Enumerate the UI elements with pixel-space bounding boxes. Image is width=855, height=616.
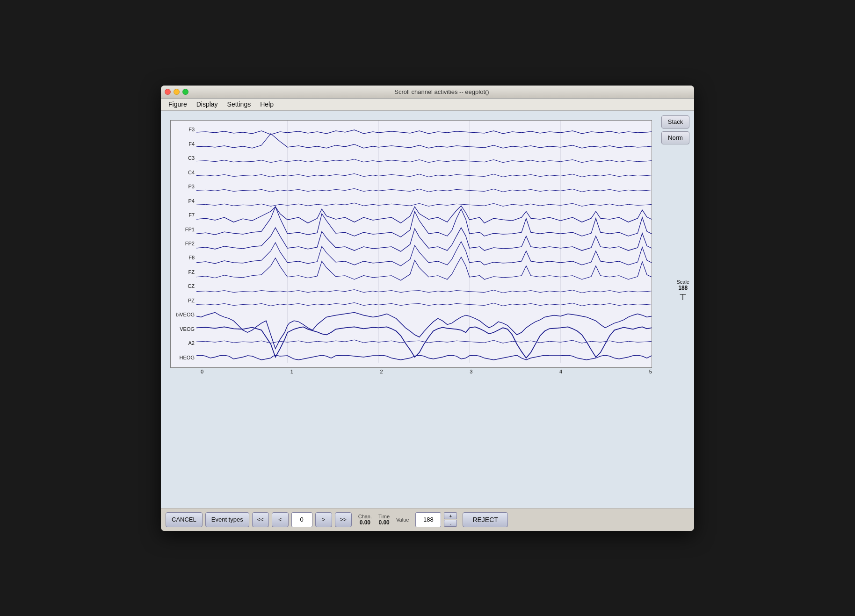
- x-label-4: 4: [559, 369, 562, 374]
- title-bar: Scroll channel activities -- eegplot(): [161, 86, 694, 99]
- nav-prev-button[interactable]: <: [272, 512, 289, 527]
- channel-label-p4: P4: [171, 199, 196, 204]
- plus-minus-controls: + -: [444, 512, 457, 527]
- minimize-button[interactable]: [174, 89, 180, 95]
- eeg-svg: [196, 121, 652, 367]
- channel-label-f7: F7: [171, 213, 196, 218]
- chan-value: 0.00: [360, 519, 370, 526]
- nav-last-button[interactable]: >>: [335, 512, 352, 527]
- main-window: Scroll channel activities -- eegplot() F…: [161, 86, 694, 531]
- channel-label-p3: P3: [171, 184, 196, 189]
- time-info: Time 0.00: [378, 514, 390, 526]
- channel-label-f8: F8: [171, 255, 196, 260]
- chart-area: F3 F4 C3 C4 P3 P4 F7 FP1 FP2 F8 FZ CZ PZ…: [170, 120, 652, 368]
- channel-label-a2: A2: [171, 341, 196, 346]
- plus-button[interactable]: +: [444, 512, 457, 519]
- chan-label: Chan.: [358, 514, 372, 519]
- channel-label-fp2: FP2: [171, 241, 196, 246]
- x-label-5: 5: [649, 369, 652, 374]
- main-content: Stack Norm F3 F4 C3 C4 P3 P4 F7 FP1 FP2 …: [161, 111, 694, 508]
- traffic-lights: [165, 89, 188, 95]
- bottom-bar: CANCEL Event types << < > >> Chan. 0.00 …: [161, 508, 694, 531]
- value-label: Value: [396, 517, 409, 523]
- x-label-1: 1: [290, 369, 293, 374]
- channel-label-biveog: biVEOG: [171, 312, 196, 317]
- nav-next-button[interactable]: >: [315, 512, 332, 527]
- channel-label-cz: CZ: [171, 284, 196, 289]
- nav-first-button[interactable]: <<: [252, 512, 269, 527]
- scale-area: Scale 188 ⊤: [676, 279, 689, 302]
- page-input[interactable]: [291, 512, 312, 527]
- time-label: Time: [378, 514, 390, 519]
- channel-label-veog: VEOG: [171, 327, 196, 332]
- norm-button[interactable]: Norm: [661, 131, 689, 144]
- menu-help[interactable]: Help: [256, 100, 277, 109]
- maximize-button[interactable]: [182, 89, 188, 95]
- channel-label-pz: PZ: [171, 298, 196, 303]
- reject-button[interactable]: REJECT: [463, 512, 507, 527]
- channel-label-heog: HEOG: [171, 355, 196, 360]
- channel-label-fp1: FP1: [171, 227, 196, 232]
- event-types-button[interactable]: Event types: [205, 512, 249, 527]
- menu-figure[interactable]: Figure: [165, 100, 191, 109]
- window-title: Scroll channel activities -- eegplot(): [193, 88, 690, 95]
- x-label-3: 3: [470, 369, 472, 374]
- channel-label-c4: C4: [171, 170, 196, 175]
- chan-info: Chan. 0.00: [358, 514, 372, 526]
- scale-value-display: 188: [676, 285, 689, 291]
- menu-settings[interactable]: Settings: [224, 100, 255, 109]
- menu-display[interactable]: Display: [193, 100, 222, 109]
- x-axis: 0 1 2 3 4 5: [170, 368, 652, 375]
- cancel-button[interactable]: CANCEL: [166, 512, 203, 527]
- top-buttons: Stack Norm: [661, 115, 689, 144]
- channel-label-f3: F3: [171, 127, 196, 132]
- close-button[interactable]: [165, 89, 171, 95]
- time-value: 0.00: [378, 519, 389, 526]
- channel-labels: F3 F4 C3 C4 P3 P4 F7 FP1 FP2 F8 FZ CZ PZ…: [171, 121, 196, 367]
- stack-button[interactable]: Stack: [661, 115, 689, 129]
- x-label-2: 2: [380, 369, 383, 374]
- value-info: Value: [396, 517, 409, 523]
- minus-button[interactable]: -: [444, 520, 457, 527]
- menu-bar: Figure Display Settings Help: [161, 99, 694, 111]
- scale-input[interactable]: [415, 512, 441, 527]
- scale-label: Scale: [676, 279, 689, 285]
- channel-label-c3: C3: [171, 156, 196, 161]
- eeg-plot: [196, 121, 652, 367]
- x-label-0: 0: [201, 369, 203, 374]
- scale-icon: ⊤: [676, 292, 689, 302]
- channel-label-fz: FZ: [171, 270, 196, 275]
- channel-label-f4: F4: [171, 142, 196, 147]
